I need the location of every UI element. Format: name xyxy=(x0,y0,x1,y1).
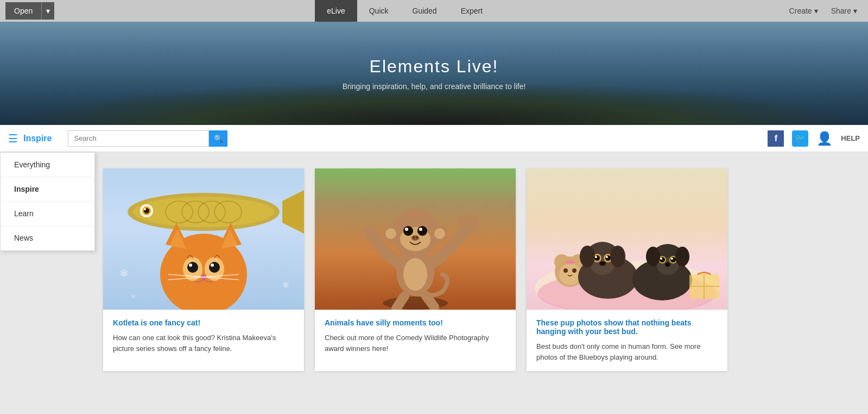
toolbar: Open ▾ eLive Quick Guided Expert Create … xyxy=(0,0,868,22)
search-container: 🔍 xyxy=(68,130,227,147)
card-dogs-text: Best buds don't only come in human form.… xyxy=(536,341,718,362)
svg-point-72 xyxy=(599,261,606,266)
svg-point-81 xyxy=(670,257,676,262)
card-monkey-text: Check out more of the Comedy Wildlife Ph… xyxy=(325,333,506,354)
svg-point-52 xyxy=(364,226,377,239)
svg-point-71 xyxy=(606,256,608,258)
card-cat-title[interactable]: Kotleta is one fancy cat! xyxy=(113,318,294,327)
svg-point-41 xyxy=(413,236,415,239)
svg-point-73 xyxy=(580,246,595,267)
card-cat-text: How can one cat look this good? Kristina… xyxy=(113,333,294,354)
dropdown-item-learn[interactable]: Learn xyxy=(1,202,94,226)
svg-point-38 xyxy=(405,228,408,231)
hero-banner: Elements Live! Bringing inspiration, hel… xyxy=(0,22,868,125)
svg-text:❄: ❄ xyxy=(119,267,129,279)
svg-point-21 xyxy=(189,264,192,267)
svg-point-86 xyxy=(675,247,689,266)
card-monkey-body: Animals have silly moments too! Check ou… xyxy=(315,310,516,362)
svg-point-60 xyxy=(559,264,581,285)
svg-point-51 xyxy=(471,223,480,231)
dropdown-menu: Everything Inspire Learn News xyxy=(0,152,95,251)
svg-point-80 xyxy=(660,257,665,262)
facebook-icon[interactable]: f xyxy=(768,130,784,147)
twitter-icon[interactable]: 🐦 xyxy=(792,130,808,147)
toolbar-nav-tabs: eLive Quick Guided Expert xyxy=(315,0,495,22)
toolbar-left: Open ▾ xyxy=(5,2,54,20)
svg-point-42 xyxy=(416,236,418,239)
open-dropdown-button[interactable]: ▾ xyxy=(41,2,54,20)
svg-point-19 xyxy=(187,262,198,273)
card-cat-body: Kotleta is one fancy cat! How can one ca… xyxy=(103,310,304,362)
create-chevron-icon: ▾ xyxy=(814,7,818,15)
svg-point-39 xyxy=(419,228,422,231)
card-dogs: These pup photos show that nothing beats… xyxy=(527,168,727,371)
search-input[interactable] xyxy=(68,130,209,147)
dropdown-item-inspire[interactable]: Inspire xyxy=(1,177,94,202)
card-dogs-body: These pup photos show that nothing beats… xyxy=(527,310,727,371)
search-icon: 🔍 xyxy=(214,134,223,143)
toolbar-right: Create ▾ Share ▾ xyxy=(784,3,863,18)
secondary-nav: ☰ Inspire 🔍 f 🐦 👤 HELP Everything Inspir… xyxy=(0,125,868,152)
svg-point-83 xyxy=(671,258,673,260)
monkey-image-svg xyxy=(315,168,516,310)
svg-point-37 xyxy=(417,226,427,236)
svg-point-69 xyxy=(605,255,611,261)
svg-point-40 xyxy=(411,235,419,241)
card-monkey-title[interactable]: Animals have silly moments too! xyxy=(325,318,506,327)
inspire-nav-label: Inspire xyxy=(23,134,52,143)
create-label: Create xyxy=(789,7,812,15)
user-avatar-icon: 👤 xyxy=(816,131,833,146)
svg-point-70 xyxy=(595,256,597,258)
hero-subtitle: Bringing inspiration, help, and creative… xyxy=(343,82,526,91)
svg-point-10 xyxy=(144,208,146,210)
card-monkey-image xyxy=(315,168,516,310)
svg-point-44 xyxy=(385,228,396,239)
dogs-image-svg xyxy=(527,168,727,310)
tab-elive[interactable]: eLive xyxy=(315,0,357,22)
user-icon[interactable]: 👤 xyxy=(816,131,833,146)
tab-expert[interactable]: Expert xyxy=(449,0,495,22)
svg-point-46 xyxy=(434,228,445,239)
svg-point-20 xyxy=(209,262,220,273)
svg-point-61 xyxy=(563,268,568,273)
svg-point-2 xyxy=(133,197,274,227)
share-label: Share xyxy=(831,7,851,15)
svg-point-68 xyxy=(594,255,600,261)
tab-quick[interactable]: Quick xyxy=(357,0,401,22)
card-monkey: Animals have silly moments too! Check ou… xyxy=(315,168,516,371)
svg-point-74 xyxy=(610,246,625,267)
card-dogs-title[interactable]: These pup photos show that nothing beats… xyxy=(536,318,718,336)
hamburger-button[interactable]: ☰ xyxy=(8,132,18,145)
card-dogs-image xyxy=(527,168,727,310)
search-button[interactable]: 🔍 xyxy=(209,130,227,147)
svg-point-82 xyxy=(660,258,662,260)
svg-point-22 xyxy=(211,264,214,267)
content-area: ❄ ❄ ❄ Kotleta is one fancy cat! How can … xyxy=(0,152,868,387)
share-button[interactable]: Share ▾ xyxy=(826,3,863,18)
card-cat: ❄ ❄ ❄ Kotleta is one fancy cat! How can … xyxy=(103,168,304,371)
open-button[interactable]: Open xyxy=(5,2,41,20)
svg-text:❄: ❄ xyxy=(130,293,136,300)
dropdown-item-news[interactable]: News xyxy=(1,226,94,250)
cat-image-svg: ❄ ❄ ❄ xyxy=(103,168,304,310)
svg-point-53 xyxy=(403,258,427,291)
nav-right-icons: f 🐦 👤 HELP xyxy=(768,130,860,147)
tab-guided[interactable]: Guided xyxy=(401,0,449,22)
svg-point-84 xyxy=(665,262,670,267)
svg-point-85 xyxy=(646,247,660,266)
twitter-bird-icon: 🐦 xyxy=(795,133,806,143)
card-cat-image: ❄ ❄ ❄ xyxy=(103,168,304,310)
svg-point-62 xyxy=(572,268,576,273)
create-button[interactable]: Create ▾ xyxy=(784,3,823,18)
help-label[interactable]: HELP xyxy=(841,134,860,142)
svg-point-36 xyxy=(403,226,413,236)
hero-title: Elements Live! xyxy=(370,57,499,77)
svg-text:❄: ❄ xyxy=(282,280,289,290)
hamburger-icon: ☰ xyxy=(8,133,18,145)
share-chevron-icon: ▾ xyxy=(853,7,857,15)
dropdown-item-everything[interactable]: Everything xyxy=(1,153,94,177)
